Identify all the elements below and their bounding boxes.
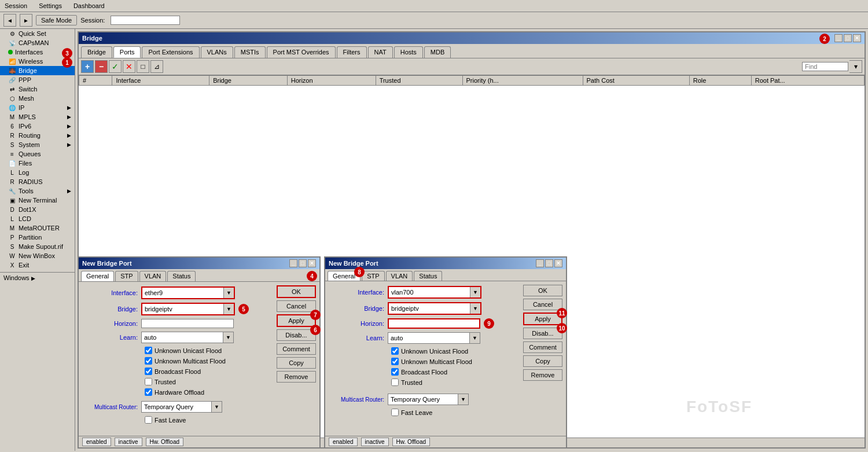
sidebar-item-bridge[interactable]: 🌉 Bridge — [0, 66, 75, 75]
dialog2-multicast-flood-checkbox[interactable] — [391, 358, 399, 365]
dialog2-tab-status[interactable]: Status — [414, 271, 442, 281]
dialog1-comment-button[interactable]: Comment — [277, 343, 316, 355]
sidebar-item-system[interactable]: S System ▶ — [0, 140, 75, 149]
tab-mstis[interactable]: MSTIs — [234, 46, 266, 58]
sidebar-item-ppp[interactable]: 🔗 PPP — [0, 75, 75, 84]
dialog2-trusted-checkbox[interactable] — [391, 378, 399, 386]
dialog1-learn-arrow[interactable]: ▼ — [223, 332, 233, 343]
sidebar-item-radius[interactable]: R RADIUS — [0, 177, 75, 186]
dialog1-unicast-flood-checkbox[interactable] — [145, 347, 152, 354]
dialog2-bridge-input[interactable] — [389, 304, 470, 313]
dialog1-close[interactable]: ✕ — [308, 259, 316, 267]
dialog2-tab-general[interactable]: General 8 — [328, 271, 361, 281]
dialog2-close[interactable]: ✕ — [554, 259, 562, 267]
sidebar-item-ipv6[interactable]: 6 IPv6 ▶ — [0, 122, 75, 131]
add-button[interactable]: + — [81, 60, 94, 73]
disable-button[interactable]: ✕ — [123, 60, 135, 73]
dialog1-bridge-select[interactable]: ▼ — [141, 303, 235, 315]
dialog1-mrouter-select[interactable]: ▼ — [141, 401, 222, 413]
dialog2-minimize[interactable]: _ — [536, 259, 544, 267]
tab-nat[interactable]: NAT — [368, 46, 393, 58]
dialog2-learn-arrow[interactable]: ▼ — [469, 333, 480, 343]
dialog2-comment-button[interactable]: Comment — [523, 341, 562, 353]
remove-button[interactable]: − — [95, 60, 108, 73]
dialog1-broadcast-flood-checkbox[interactable] — [145, 368, 152, 375]
dialog2-maximize[interactable]: □ — [545, 259, 553, 267]
dialog1-trusted-checkbox[interactable] — [145, 378, 152, 385]
dialog1-minimize[interactable]: _ — [289, 259, 297, 267]
menu-settings[interactable]: Settings — [36, 1, 64, 10]
dialog1-interface-select[interactable]: ▼ — [141, 286, 235, 299]
dialog1-interface-arrow[interactable]: ▼ — [223, 288, 234, 298]
sidebar-item-newterminal[interactable]: ▣ New Terminal — [0, 196, 75, 205]
sidebar-item-files[interactable]: 📄 Files — [0, 159, 75, 168]
sidebar-item-newwinbox[interactable]: W New WinBox — [0, 251, 75, 260]
dialog2-unicast-flood-checkbox[interactable] — [391, 347, 399, 355]
dialog2-interface-arrow[interactable]: ▼ — [470, 287, 480, 297]
dialog2-fastleave-checkbox[interactable] — [391, 409, 399, 416]
dialog2-cancel-button[interactable]: Cancel — [523, 299, 562, 310]
dialog2-broadcast-flood-checkbox[interactable] — [391, 368, 399, 376]
dialog1-remove-button[interactable]: Remove — [277, 371, 316, 383]
dialog1-multicast-flood-checkbox[interactable] — [145, 357, 152, 365]
dialog1-cancel-button[interactable]: Cancel — [277, 300, 316, 312]
dialog2-copy-button[interactable]: Copy — [523, 355, 562, 367]
sidebar-item-log[interactable]: L Log — [0, 168, 75, 177]
tab-ports[interactable]: Ports — [113, 46, 141, 58]
sidebar-item-interfaces[interactable]: Interfaces 3 — [0, 47, 75, 57]
dialog2-learn-select[interactable]: ▼ — [388, 332, 480, 344]
sidebar-item-switch[interactable]: ⇄ Switch — [0, 84, 75, 94]
dialog1-tab-status[interactable]: Status — [167, 271, 196, 281]
dialog2-learn-input[interactable] — [388, 334, 469, 342]
tab-filters[interactable]: Filters — [337, 46, 367, 58]
sidebar-item-lcd[interactable]: L LCD — [0, 214, 75, 223]
dialog1-interface-input[interactable] — [142, 289, 223, 297]
sidebar-item-ip[interactable]: 🌐 IP ▶ — [0, 103, 75, 112]
dialog2-ok-button[interactable]: OK — [523, 285, 562, 296]
tab-bridge[interactable]: Bridge — [81, 46, 112, 58]
maximize-button[interactable]: □ — [844, 34, 852, 42]
dialog1-ok-button[interactable]: OK — [277, 285, 316, 298]
tab-mdb[interactable]: MDB — [424, 46, 451, 58]
tab-portmstoverrides[interactable]: Port MST Overrides — [267, 46, 336, 58]
dialog1-mrouter-input[interactable] — [142, 403, 211, 411]
dialog2-mrouter-select[interactable]: ▼ — [388, 394, 469, 405]
sidebar-item-wireless[interactable]: 📶 Wireless 1 — [0, 57, 75, 66]
settings-button[interactable]: □ — [137, 60, 149, 73]
sidebar-item-queues[interactable]: ≡ Queues — [0, 149, 75, 159]
safe-mode-button[interactable]: Safe Mode — [36, 15, 77, 25]
dialog2-remove-button[interactable]: Remove — [523, 369, 562, 381]
enable-button[interactable]: ✓ — [109, 60, 122, 73]
dialog1-tab-stp[interactable]: STP — [115, 271, 138, 281]
session-input[interactable] — [111, 16, 180, 25]
menu-dashboard[interactable]: Dashboard — [71, 1, 107, 10]
dialog1-bridge-arrow[interactable]: ▼ — [223, 304, 234, 314]
tab-hosts[interactable]: Hosts — [394, 46, 423, 58]
sidebar-item-supout[interactable]: S Make Supout.rif — [0, 242, 75, 251]
sidebar-item-metarouter[interactable]: M MetaROUTER — [0, 223, 75, 233]
back-btn[interactable]: ◄ — [3, 14, 16, 27]
dialog1-tab-general[interactable]: General — [81, 271, 114, 281]
sidebar-item-dot1x[interactable]: D Dot1X — [0, 205, 75, 214]
dialog2-interface-select[interactable]: ▼ — [388, 286, 481, 299]
tab-portextensions[interactable]: Port Extensions — [142, 46, 199, 58]
forward-btn[interactable]: ► — [20, 14, 32, 27]
dialog2-mrouter-arrow[interactable]: ▼ — [458, 394, 468, 405]
dialog2-tab-stp[interactable]: STP — [362, 271, 384, 281]
dialog1-hwoffload-checkbox[interactable] — [145, 388, 152, 396]
dialog1-mrouter-arrow[interactable]: ▼ — [211, 402, 222, 412]
dialog1-maximize[interactable]: □ — [299, 259, 307, 267]
find-input[interactable] — [802, 62, 848, 71]
dialog2-mrouter-input[interactable] — [388, 395, 458, 403]
dialog1-tab-vlan[interactable]: VLAN — [139, 271, 167, 281]
menu-session[interactable]: Session — [2, 1, 30, 10]
close-button[interactable]: ✕ — [853, 34, 861, 42]
sidebar-item-routing[interactable]: R Routing ▶ — [0, 131, 75, 140]
sidebar-item-tools[interactable]: 🔧 Tools ▶ — [0, 186, 75, 196]
sidebar-item-partition[interactable]: P Partition — [0, 233, 75, 242]
dialog1-bridge-input[interactable] — [142, 305, 223, 313]
find-dropdown[interactable]: ▾ — [849, 60, 862, 73]
tab-vlans[interactable]: VLANs — [201, 46, 233, 58]
sidebar-item-mpls[interactable]: M MPLS ▶ — [0, 112, 75, 122]
dialog2-tab-vlan[interactable]: VLAN — [386, 271, 413, 281]
